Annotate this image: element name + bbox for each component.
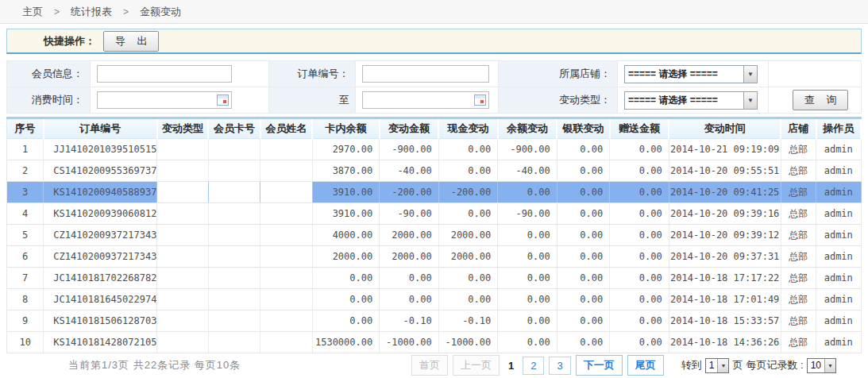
cell: 3910.00 bbox=[312, 182, 380, 203]
export-button[interactable]: 导 出 bbox=[103, 31, 159, 52]
cell: 0.00 bbox=[557, 332, 609, 353]
cell: admin bbox=[816, 246, 862, 268]
cell bbox=[260, 182, 312, 203]
cell: admin bbox=[816, 182, 862, 203]
column-header: 店铺 bbox=[781, 118, 816, 139]
table-row[interactable]: 3KS14102009405889373910.00-200.00-200.00… bbox=[7, 182, 862, 203]
cell: 2970.00 bbox=[312, 139, 380, 160]
page-size-select[interactable]: 10 ▼ bbox=[807, 358, 836, 373]
date-from-input[interactable] bbox=[97, 91, 232, 109]
breadcrumb: 主页 > 统计报表 > 金额变动 bbox=[0, 0, 868, 24]
cell: 2014-10-20 09:37:31 bbox=[669, 246, 781, 268]
breadcrumb-separator: > bbox=[123, 6, 129, 17]
quick-actions-label: 快捷操作： bbox=[44, 34, 95, 48]
breadcrumb-home[interactable]: 主页 bbox=[22, 5, 43, 19]
cell: 0.00 bbox=[610, 246, 669, 268]
table-row[interactable]: 2CS14102009553697373870.00-40.000.00-40.… bbox=[7, 160, 862, 182]
cell: -40.00 bbox=[498, 160, 557, 182]
cell: 0.00 bbox=[438, 268, 498, 289]
change-type-select-value: ===== 请选择 ===== bbox=[625, 94, 743, 107]
cell: 0.00 bbox=[380, 268, 439, 289]
last-page-button[interactable]: 尾页 bbox=[627, 355, 664, 376]
cell: 2000.00 bbox=[312, 246, 380, 268]
cell: 3870.00 bbox=[312, 160, 380, 182]
cell: admin bbox=[816, 310, 862, 332]
cell: KS1410181506128703 bbox=[44, 310, 157, 332]
calendar-icon[interactable] bbox=[474, 94, 486, 106]
member-info-input[interactable] bbox=[97, 65, 232, 83]
cell: 0.00 bbox=[498, 268, 557, 289]
cell: 0.00 bbox=[610, 289, 669, 310]
cell: 0.00 bbox=[610, 332, 669, 353]
cell bbox=[260, 139, 312, 160]
table-row[interactable]: 8JC14101816450229740.000.000.000.000.000… bbox=[7, 289, 862, 310]
order-no-input[interactable] bbox=[362, 65, 489, 83]
next-page-button[interactable]: 下一页 bbox=[576, 355, 623, 376]
cell bbox=[260, 332, 312, 353]
change-type-select[interactable]: ===== 请选择 ===== ▼ bbox=[624, 91, 758, 110]
cell: 2014-10-20 09:39:12 bbox=[669, 225, 781, 246]
cell: 0.00 bbox=[438, 289, 498, 310]
cell: 3910.00 bbox=[312, 203, 380, 225]
cell: 0.00 bbox=[557, 225, 609, 246]
cell: 2000.00 bbox=[380, 246, 439, 268]
footer-bar: 当前第1/3页 共22条记录 每页10条 首页 上一页 1 2 3 下一页 尾页… bbox=[6, 353, 862, 377]
date-to-input[interactable] bbox=[362, 91, 489, 109]
goto-page-select[interactable]: 1 ▼ bbox=[705, 358, 730, 373]
page-number[interactable]: 3 bbox=[549, 357, 570, 375]
cell: 0.00 bbox=[610, 182, 669, 203]
column-header: 余额变动 bbox=[498, 118, 557, 139]
store-select[interactable]: ===== 请选择 ===== ▼ bbox=[624, 65, 758, 83]
table-row[interactable]: 9KS14101815061287030.00-0.10-0.100.000.0… bbox=[7, 310, 862, 332]
table-row[interactable]: 4KS14102009390608123910.00-90.000.00-90.… bbox=[7, 203, 862, 225]
chevron-down-icon: ▼ bbox=[743, 66, 757, 83]
page-summary: 当前第1/3页 共22条记录 每页10条 bbox=[68, 358, 241, 372]
column-header: 现金变动 bbox=[438, 118, 498, 139]
query-button[interactable]: 查 询 bbox=[793, 90, 848, 110]
cell bbox=[208, 182, 260, 203]
cell: 0.00 bbox=[498, 332, 557, 353]
cell: 5 bbox=[7, 225, 44, 246]
cell: 0.00 bbox=[498, 225, 557, 246]
table-row[interactable]: 6CZ14102009372173432000.002000.002000.00… bbox=[7, 246, 862, 268]
cell bbox=[208, 246, 260, 268]
cell bbox=[260, 225, 312, 246]
table-row[interactable]: 1JJ14102010395105152970.00-900.000.00-90… bbox=[7, 139, 862, 160]
column-header: 卡内余额 bbox=[312, 118, 380, 139]
cell: JC1410181645022974 bbox=[44, 289, 157, 310]
breadcrumb-reports[interactable]: 统计报表 bbox=[71, 5, 112, 19]
calendar-icon[interactable] bbox=[217, 94, 229, 106]
store-label: 所属店铺： bbox=[499, 61, 618, 87]
cell bbox=[208, 289, 260, 310]
cell: 2000.00 bbox=[438, 225, 498, 246]
table-header-row: 序号订单编号变动类型会员卡号会员姓名卡内余额变动金额现金变动余额变动银联变动赠送… bbox=[7, 118, 862, 139]
page-suffix-label: 页 bbox=[732, 358, 743, 372]
cell bbox=[157, 203, 208, 225]
cell: 3 bbox=[7, 182, 44, 203]
order-no-label: 订单编号： bbox=[268, 61, 356, 87]
cell bbox=[157, 246, 208, 268]
page-number[interactable]: 2 bbox=[523, 357, 544, 375]
cell: -0.10 bbox=[438, 310, 498, 332]
table-row[interactable]: 5CZ14102009372173434000.002000.002000.00… bbox=[7, 225, 862, 246]
pagination: 首页 上一页 1 2 3 下一页 尾页 转到 1 ▼ 页 每页记录数 : 10 … bbox=[411, 355, 836, 376]
cell: 2014-10-20 09:55:51 bbox=[669, 160, 781, 182]
cell: 总部 bbox=[781, 225, 816, 246]
cell: 2014-10-18 17:17:22 bbox=[669, 268, 781, 289]
cell: -1000.00 bbox=[380, 332, 439, 353]
to-label: 至 bbox=[268, 87, 356, 114]
cell: -900.00 bbox=[498, 139, 557, 160]
filter-panel: 会员信息： 订单编号： 所属店铺： ===== 请选择 ===== ▼ 消费时间… bbox=[6, 60, 862, 114]
cell: -40.00 bbox=[380, 160, 439, 182]
cell: 0.00 bbox=[610, 310, 669, 332]
column-header: 银联变动 bbox=[557, 118, 609, 139]
cell: -1000.00 bbox=[438, 332, 498, 353]
cell: 2014-10-20 09:39:16 bbox=[669, 203, 781, 225]
cell: 6 bbox=[7, 246, 44, 268]
cell: 总部 bbox=[781, 268, 816, 289]
cell: 2014-10-21 09:19:09 bbox=[669, 139, 781, 160]
cell: -0.10 bbox=[380, 310, 439, 332]
cell: 0.00 bbox=[557, 203, 609, 225]
table-row[interactable]: 10KS14101814280721051530000.00-1000.00-1… bbox=[7, 332, 862, 353]
table-row[interactable]: 7JC14101817022687820.000.000.000.000.000… bbox=[7, 268, 862, 289]
